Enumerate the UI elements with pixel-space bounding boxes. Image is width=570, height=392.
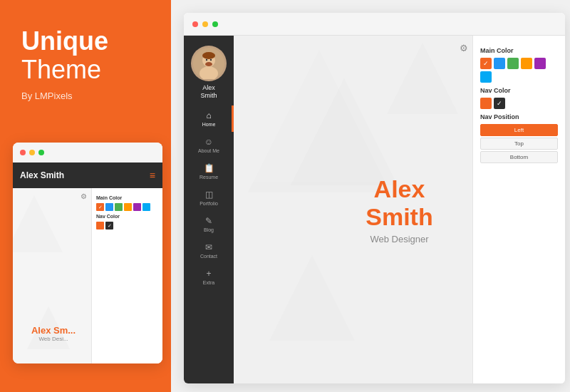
sidebar-name: AlexSmith: [200, 84, 217, 100]
desktop-main: ⚙ Main Color Nav Color Nav Position: [234, 36, 565, 383]
desktop-hero: Alex Smith Web Designer: [363, 175, 436, 244]
mobile-hero: Alex Sm... Web Desi...: [16, 325, 91, 342]
mobile-content: ⚙ Main Color Nav Color Alex Sm... Web De…: [13, 188, 162, 363]
desktop-main-color-title: Main Color: [480, 47, 558, 54]
desktop-nav-color-title: Nav Color: [480, 87, 558, 94]
mobile-nav-title: Alex Smith: [20, 170, 64, 180]
mobile-settings-gear-icon[interactable]: ⚙: [81, 192, 87, 322]
mobile-nav-swatches: [96, 222, 158, 229]
desktop-main-swatches: [480, 58, 558, 83]
resume-icon: 📋: [204, 163, 214, 173]
nav-position-bottom-button[interactable]: Bottom: [480, 151, 558, 163]
desktop-swatch-orange[interactable]: [480, 58, 492, 69]
desktop-dot-green: [212, 21, 218, 27]
mobile-hero-subtitle: Web Desi...: [16, 336, 91, 342]
mobile-top-bar: [13, 143, 162, 163]
theme-title-theme: Theme: [21, 54, 150, 85]
by-label: By LMPixels: [21, 91, 150, 101]
sidebar-item-resume[interactable]: 📋 Resume: [184, 158, 234, 185]
svg-point-5: [202, 52, 215, 59]
desktop-settings-panel: Main Color Nav Color Nav Position Left T…: [472, 36, 565, 383]
desktop-swatch-green[interactable]: [507, 58, 519, 69]
sidebar-item-contact[interactable]: ✉ Contact: [184, 237, 234, 264]
desktop-nav-swatch-dark[interactable]: [494, 98, 505, 109]
svg-marker-11: [269, 255, 355, 341]
dot-green: [38, 150, 44, 155]
contact-icon: ✉: [205, 242, 212, 252]
mobile-swatch-blue[interactable]: [105, 203, 113, 211]
mobile-nav-swatch-orange[interactable]: [96, 222, 104, 229]
theme-title-unique: Unique: [21, 29, 150, 54]
desktop-dot-yellow: [202, 21, 208, 27]
mobile-main-color-title: Main Color: [96, 195, 158, 200]
svg-point-7: [206, 59, 207, 61]
deco-tri-small: [269, 255, 355, 341]
desktop-swatch-purple[interactable]: [534, 58, 546, 69]
mobile-main-swatches: [96, 203, 158, 211]
mobile-mockup: Alex Smith ≡ ⚙ Main Color Nav Color: [13, 143, 162, 363]
svg-marker-10: [291, 78, 398, 185]
sidebar-item-blog[interactable]: ✎ Blog: [184, 211, 234, 237]
about-icon: ☺: [204, 137, 213, 147]
desktop-hero-name: Alex Smith: [363, 175, 436, 231]
extra-icon: +: [206, 269, 211, 279]
blog-icon: ✎: [205, 216, 212, 226]
desktop-swatch-blue[interactable]: [494, 58, 505, 69]
desktop-settings-gear-icon[interactable]: ⚙: [460, 43, 468, 53]
sidebar-item-home-label: Home: [202, 122, 216, 127]
mobile-swatch-orange[interactable]: [96, 203, 104, 211]
svg-point-8: [210, 59, 212, 61]
mobile-swatch-orange2[interactable]: [124, 203, 132, 211]
dot-red: [20, 150, 26, 155]
deco-tri-medium: [291, 78, 398, 185]
mobile-swatch-lightblue[interactable]: [142, 203, 150, 211]
mobile-nav: Alex Smith ≡: [13, 163, 162, 188]
nav-position-top-button[interactable]: Top: [480, 138, 558, 150]
home-icon: ⌂: [206, 110, 211, 120]
sidebar-item-extra-label: Extra: [203, 280, 214, 285]
desktop-body: AlexSmith ⌂ Home ☺ About Me 📋 Resume ◫ P…: [184, 36, 565, 383]
dot-yellow: [29, 150, 35, 155]
sidebar-item-about[interactable]: ☺ About Me: [184, 132, 234, 158]
desktop-nav-swatches: [480, 98, 558, 109]
desktop-swatch-lightblue[interactable]: [480, 71, 492, 83]
desktop-sidebar: AlexSmith ⌂ Home ☺ About Me 📋 Resume ◫ P…: [184, 36, 234, 383]
sidebar-item-home[interactable]: ⌂ Home: [184, 105, 234, 132]
desktop-nav-position-title: Nav Position: [480, 113, 558, 120]
hamburger-icon[interactable]: ≡: [150, 170, 155, 181]
desktop-hero-subtitle: Web Designer: [363, 234, 436, 244]
mobile-hero-name: Alex Sm...: [16, 325, 91, 336]
desktop-top-bar: [184, 13, 565, 36]
svg-marker-0: [13, 195, 63, 252]
sidebar-item-blog-label: Blog: [204, 227, 214, 232]
desktop-swatch-amber[interactable]: [521, 58, 532, 69]
sidebar-item-portfolio-label: Portfolio: [200, 201, 218, 206]
avatar: [191, 46, 227, 81]
svg-marker-12: [387, 43, 458, 114]
desktop-nav-swatch-orange[interactable]: [480, 98, 492, 109]
deco-tri-right: [387, 43, 458, 114]
sidebar-item-about-label: About Me: [198, 148, 219, 153]
sidebar-item-portfolio[interactable]: ◫ Portfolio: [184, 185, 234, 211]
mobile-settings-panel: Main Color Nav Color: [91, 188, 162, 363]
svg-point-6: [205, 62, 212, 66]
mobile-nav-swatch-dark[interactable]: [105, 222, 113, 229]
sidebar-item-resume-label: Resume: [200, 175, 218, 180]
sidebar-item-extra[interactable]: + Extra: [184, 264, 234, 290]
sidebar-item-contact-label: Contact: [200, 254, 217, 259]
mobile-nav-color-title: Nav Color: [96, 214, 158, 219]
desktop-dot-red: [192, 21, 198, 27]
portfolio-icon: ◫: [205, 190, 213, 200]
deco-tri-1: [13, 195, 63, 252]
mobile-swatch-green[interactable]: [115, 203, 123, 211]
avatar-image: [193, 48, 224, 79]
mobile-swatch-purple[interactable]: [133, 203, 141, 211]
nav-position-left-button[interactable]: Left: [480, 124, 558, 136]
desktop-mockup: AlexSmith ⌂ Home ☺ About Me 📋 Resume ◫ P…: [184, 13, 565, 383]
